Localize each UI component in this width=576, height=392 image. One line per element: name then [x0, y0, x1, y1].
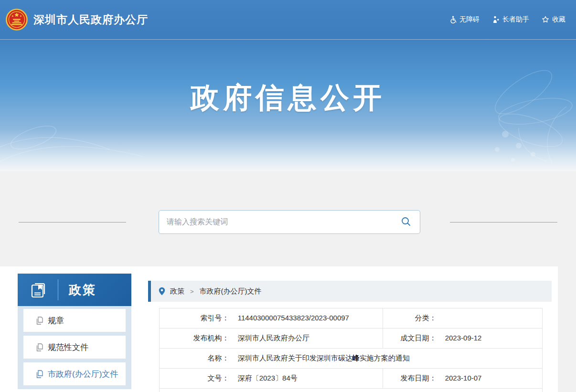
- document-title-label: 名称：: [160, 354, 229, 363]
- issue-date-value: 2023-09-12: [445, 334, 482, 342]
- document-number-cell: 文号： 深府〔2023〕84号: [159, 369, 383, 389]
- document-title-value: 深圳市人民政府关于印发深圳市碳达峰实施方案的通知: [238, 354, 410, 362]
- document-title-suffix: 实施方案的通知: [360, 354, 410, 362]
- publish-date-label: 发布日期：: [383, 374, 437, 383]
- search-button[interactable]: [400, 215, 412, 229]
- content-area: 政策 规章 规范性文件: [0, 266, 576, 392]
- document-title-prefix: 深圳市人民政府关于印发深圳市碳达: [238, 354, 352, 362]
- sidebar-menu: 规章 规范性文件 市政府(办公厅)文件: [18, 306, 131, 389]
- sidebar-title: 政策: [69, 282, 96, 298]
- favorite-label: 收藏: [552, 15, 565, 24]
- search-box: [159, 210, 420, 234]
- sidebar-item-regulations[interactable]: 规章: [23, 309, 126, 332]
- document-title-highlight: 峰: [352, 354, 360, 362]
- sidebar-header: 政策: [18, 274, 131, 306]
- national-emblem-logo: [6, 9, 28, 31]
- search-input[interactable]: [167, 218, 400, 226]
- publish-date-value: 2023-10-07: [445, 374, 482, 382]
- breadcrumb-current-link[interactable]: 市政府(办公厅)文件: [200, 287, 262, 296]
- document-icon: [36, 317, 43, 325]
- table-row-title: 名称： 深圳市人民政府关于印发深圳市碳达峰实施方案的通知: [159, 349, 542, 369]
- publish-date-cell: 发布日期： 2023-10-07: [383, 369, 542, 389]
- sidebar-item-label: 市政府(办公厅)文件: [48, 369, 118, 380]
- sidebar-item-label: 规章: [48, 315, 64, 326]
- index-number-label: 索引号：: [160, 314, 229, 323]
- document-title-cell: 名称： 深圳市人民政府关于印发深圳市碳达峰实施方案的通知: [159, 349, 542, 369]
- page-title: 政府信息公开: [0, 40, 576, 117]
- elder-assistant-label: 长者助手: [502, 15, 529, 24]
- breadcrumb: 政策 > 市政府(办公厅)文件: [148, 281, 552, 302]
- index-number-value: 114403000075433823/2023-00097: [238, 314, 349, 322]
- document-icon: [36, 370, 43, 378]
- issuing-agency-label: 发布机构：: [160, 334, 229, 343]
- issue-date-cell: 成文日期： 2023-09-12: [383, 328, 542, 349]
- elder-assistant-link[interactable]: 长者助手: [492, 15, 529, 24]
- star-icon: [542, 16, 549, 23]
- table-row-index: 索引号： 114403000075433823/2023-00097 分类：: [159, 308, 542, 328]
- accessibility-link[interactable]: 无障碍: [449, 15, 480, 24]
- elder-assistant-icon: [492, 16, 500, 23]
- vertical-divider: [58, 279, 58, 300]
- accessibility-label: 无障碍: [459, 15, 480, 24]
- index-number-cell: 索引号： 114403000075433823/2023-00097: [159, 308, 383, 328]
- search-icon: [401, 216, 411, 227]
- top-header-bar: 深圳市人民政府办公厅 无障碍 长者助手 收藏: [0, 0, 576, 40]
- utility-links: 无障碍 长者助手 收藏: [449, 15, 565, 24]
- breadcrumb-separator: >: [190, 288, 194, 295]
- category-label: 分类：: [383, 314, 437, 323]
- issuing-agency-value: 深圳市人民政府办公厅: [238, 334, 309, 342]
- sidebar: 政策 规章 规范性文件: [18, 274, 131, 392]
- decorative-line-right: [450, 222, 557, 222]
- table-row-doc-number: 文号： 深府〔2023〕84号 发布日期： 2023-10-07: [159, 369, 542, 389]
- document-number-label: 文号：: [160, 374, 229, 383]
- right-gutter: [558, 266, 576, 392]
- book-icon: [28, 279, 49, 300]
- breadcrumb-root-link[interactable]: 政策: [170, 287, 184, 296]
- banner: 政府信息公开: [0, 40, 576, 171]
- decorative-line-left: [19, 222, 126, 222]
- sidebar-item-municipal-gov-documents[interactable]: 市政府(办公厅)文件: [23, 362, 126, 385]
- document-icon: [36, 343, 43, 351]
- sidebar-item-label: 规范性文件: [48, 342, 88, 353]
- issue-date-label: 成文日期：: [383, 334, 437, 343]
- search-section: [0, 171, 576, 266]
- category-cell: 分类：: [383, 308, 542, 328]
- table-row-partial: [159, 389, 542, 392]
- issuing-agency-cell: 发布机构： 深圳市人民政府办公厅: [159, 328, 383, 349]
- main-panel: 政策 > 市政府(办公厅)文件 索引号： 114403000075433823/…: [143, 274, 558, 392]
- document-meta-table: 索引号： 114403000075433823/2023-00097 分类： 发…: [159, 308, 543, 392]
- sidebar-item-normative-documents[interactable]: 规范性文件: [23, 336, 126, 359]
- site-title[interactable]: 深圳市人民政府办公厅: [33, 12, 148, 27]
- accessibility-icon: [449, 16, 457, 23]
- document-number-value: 深府〔2023〕84号: [238, 374, 298, 382]
- favorite-link[interactable]: 收藏: [542, 15, 565, 24]
- table-row-issuer: 发布机构： 深圳市人民政府办公厅 成文日期： 2023-09-12: [159, 328, 542, 349]
- partial-cell: [159, 389, 542, 392]
- location-pin-icon: [159, 287, 165, 296]
